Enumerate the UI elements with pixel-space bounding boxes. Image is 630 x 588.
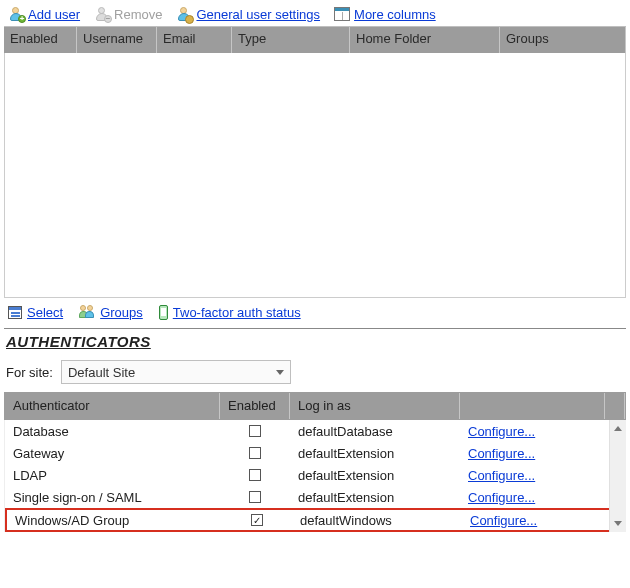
auth-col-authenticator[interactable]: Authenticator (5, 393, 220, 419)
general-user-settings-button[interactable]: General user settings (176, 6, 320, 22)
add-user-label: Add user (28, 7, 80, 22)
auth-row[interactable]: Single sign-on / SAMLdefaultExtensionCon… (5, 486, 625, 508)
users-linkbar: Select Groups Two-factor auth status (4, 298, 626, 329)
col-type[interactable]: Type (232, 27, 350, 53)
arrow-down-icon (614, 521, 622, 526)
auth-configure-cell: Configure... (460, 424, 605, 439)
phone-icon (159, 305, 168, 320)
user-gear-icon (176, 6, 192, 22)
auth-enabled-checkbox[interactable] (249, 491, 261, 503)
col-username[interactable]: Username (77, 27, 157, 53)
auth-row[interactable]: Windows/AD Group✓defaultWindowsConfigure… (5, 508, 625, 532)
authenticators-title: AUTHENTICATORS (6, 333, 626, 350)
users-grid-body[interactable] (4, 53, 626, 298)
auth-enabled-cell (220, 447, 290, 459)
auth-name-cell: LDAP (5, 468, 220, 483)
auth-name-cell: Windows/AD Group (7, 513, 222, 528)
table-icon (334, 7, 350, 21)
col-groups[interactable]: Groups (500, 27, 626, 53)
two-factor-link[interactable]: Two-factor auth status (159, 305, 301, 320)
col-email[interactable]: Email (157, 27, 232, 53)
auth-col-extra (605, 393, 625, 419)
site-dropdown[interactable]: Default Site (61, 360, 291, 384)
auth-enabled-checkbox[interactable]: ✓ (251, 514, 263, 526)
auth-col-configure[interactable] (460, 393, 605, 419)
scroll-down-button[interactable] (610, 515, 626, 532)
two-factor-label: Two-factor auth status (173, 305, 301, 320)
for-site-label: For site: (6, 365, 53, 380)
configure-link[interactable]: Configure... (468, 446, 535, 461)
auth-enabled-cell (220, 491, 290, 503)
auth-enabled-cell: ✓ (222, 514, 292, 526)
group-icon (79, 304, 95, 320)
configure-link[interactable]: Configure... (468, 468, 535, 483)
auth-login-as-cell: defaultExtension (290, 490, 460, 505)
add-user-button[interactable]: + Add user (8, 6, 80, 22)
auth-name-cell: Database (5, 424, 220, 439)
auth-login-as-cell: defaultExtension (290, 468, 460, 483)
auth-enabled-cell (220, 425, 290, 437)
auth-login-as-cell: defaultExtension (290, 446, 460, 461)
auth-col-login-as[interactable]: Log in as (290, 393, 460, 419)
auth-configure-cell: Configure... (460, 446, 605, 461)
auth-configure-cell: Configure... (462, 513, 607, 528)
groups-link[interactable]: Groups (79, 304, 143, 320)
col-homefolder[interactable]: Home Folder (350, 27, 500, 53)
auth-configure-cell: Configure... (460, 490, 605, 505)
auth-row[interactable]: DatabasedefaultDatabaseConfigure... (5, 420, 625, 442)
auth-enabled-checkbox[interactable] (249, 469, 261, 481)
auth-row[interactable]: LDAPdefaultExtensionConfigure... (5, 464, 625, 486)
select-link[interactable]: Select (8, 305, 63, 320)
remove-label: Remove (114, 7, 162, 22)
auth-scrollbar[interactable] (609, 420, 626, 532)
auth-row[interactable]: GatewaydefaultExtensionConfigure... (5, 442, 625, 464)
arrow-up-icon (614, 426, 622, 431)
auth-enabled-checkbox[interactable] (249, 425, 261, 437)
configure-link[interactable]: Configure... (470, 513, 537, 528)
users-grid-header: Enabled Username Email Type Home Folder … (4, 27, 626, 53)
select-label: Select (27, 305, 63, 320)
col-enabled[interactable]: Enabled (4, 27, 77, 53)
more-columns-label: More columns (354, 7, 436, 22)
authenticators-table: Authenticator Enabled Log in as Database… (4, 392, 626, 532)
configure-link[interactable]: Configure... (468, 424, 535, 439)
more-columns-button[interactable]: More columns (334, 7, 436, 22)
general-settings-label: General user settings (196, 7, 320, 22)
chevron-down-icon (276, 370, 284, 375)
auth-header: Authenticator Enabled Log in as (4, 392, 626, 420)
user-minus-icon: − (94, 6, 110, 22)
remove-user-button: − Remove (94, 6, 162, 22)
auth-enabled-checkbox[interactable] (249, 447, 261, 459)
auth-login-as-cell: defaultWindows (292, 513, 462, 528)
select-icon (8, 306, 22, 319)
auth-login-as-cell: defaultDatabase (290, 424, 460, 439)
auth-rows: DatabasedefaultDatabaseConfigure...Gatew… (4, 420, 626, 532)
auth-col-enabled[interactable]: Enabled (220, 393, 290, 419)
auth-enabled-cell (220, 469, 290, 481)
user-toolbar: + Add user − Remove General user setting… (4, 4, 626, 27)
groups-label: Groups (100, 305, 143, 320)
auth-name-cell: Single sign-on / SAML (5, 490, 220, 505)
user-plus-icon: + (8, 6, 24, 22)
auth-name-cell: Gateway (5, 446, 220, 461)
scroll-up-button[interactable] (610, 420, 626, 437)
site-dropdown-value: Default Site (68, 365, 135, 380)
configure-link[interactable]: Configure... (468, 490, 535, 505)
auth-configure-cell: Configure... (460, 468, 605, 483)
site-selector-row: For site: Default Site (4, 360, 626, 392)
